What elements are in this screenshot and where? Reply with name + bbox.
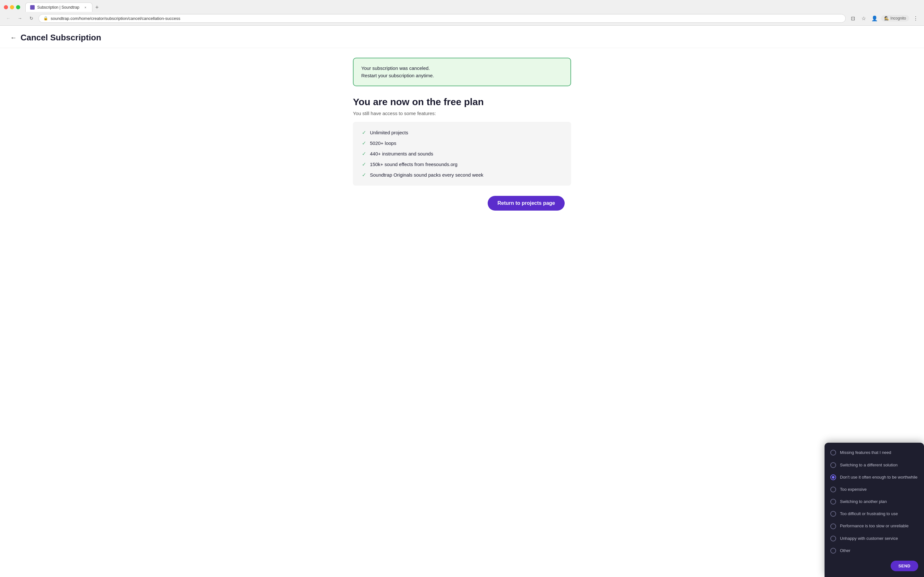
check-icon: ✓	[362, 129, 366, 135]
active-tab[interactable]: Subscription | Soundtrap ×	[25, 3, 92, 12]
survey-label-another-plan: Switching to another plan	[840, 499, 887, 504]
browser-toolbar: ← → ↻ 🔒 soundtrap.com/home/creator/subsc…	[0, 12, 924, 25]
radio-performance[interactable]	[830, 524, 836, 529]
check-icon: ✓	[362, 172, 366, 178]
toolbar-actions: ⊡ ☆ 👤 🕵️ Incognito ⋮	[848, 14, 920, 23]
forward-button[interactable]: →	[15, 14, 24, 23]
page-header: ← Cancel Subscription	[0, 26, 924, 48]
radio-other[interactable]	[830, 548, 836, 554]
feature-label: Soundtrap Originals sound packs every se…	[370, 172, 483, 177]
survey-option-another-plan[interactable]: Switching to another plan	[825, 496, 924, 508]
radio-not-often-enough[interactable]	[830, 474, 836, 480]
success-line2: Restart your subscription anytime.	[361, 72, 563, 79]
radio-missing-features[interactable]	[830, 450, 836, 456]
radio-customer-service[interactable]	[830, 536, 836, 542]
incognito-label: Incognito	[890, 16, 906, 21]
feature-item: ✓5020+ loops	[362, 140, 562, 146]
survey-label-too-difficult: Too difficult or frustrating to use	[840, 511, 898, 517]
page-title: Cancel Subscription	[21, 33, 101, 43]
tab-favicon	[30, 5, 35, 10]
survey-footer: SEND	[825, 557, 924, 573]
check-icon: ✓	[362, 161, 366, 167]
main-content: Your subscription was canceled. Restart …	[347, 48, 577, 205]
free-plan-subtitle: You still have access to some features:	[353, 111, 571, 116]
profile-icon[interactable]: 👤	[870, 14, 879, 23]
survey-label-too-expensive: Too expensive	[840, 487, 867, 492]
survey-label-different-solution: Switching to a different solution	[840, 462, 898, 468]
radio-too-expensive[interactable]	[830, 487, 836, 492]
back-button[interactable]: ←	[4, 14, 13, 23]
address-bar[interactable]: 🔒 soundtrap.com/home/creator/subscriptio…	[39, 14, 846, 23]
menu-icon[interactable]: ⋮	[911, 14, 920, 23]
survey-option-customer-service[interactable]: Unhappy with customer service	[825, 532, 924, 545]
survey-label-performance: Performance is too slow or unreliable	[840, 523, 909, 529]
back-arrow-icon[interactable]: ←	[10, 34, 17, 41]
survey-label-other: Other	[840, 548, 851, 554]
feature-label: 150k+ sound effects from freesounds.org	[370, 161, 457, 167]
feature-label: Unlimited projects	[370, 130, 408, 135]
traffic-lights	[4, 5, 20, 9]
survey-option-missing-features[interactable]: Missing features that I need	[825, 446, 924, 459]
radio-too-difficult[interactable]	[830, 511, 836, 517]
survey-panel: Missing features that I needSwitching to…	[825, 443, 924, 577]
survey-label-missing-features: Missing features that I need	[840, 450, 891, 456]
tab-title: Subscription | Soundtrap	[37, 5, 79, 10]
return-to-projects-button[interactable]: Return to projects page	[488, 196, 565, 211]
feature-item: ✓150k+ sound effects from freesounds.org	[362, 161, 562, 167]
survey-option-not-often-enough[interactable]: Don't use it often enough to be worthwhi…	[825, 471, 924, 484]
feature-item: ✓Soundtrap Originals sound packs every s…	[362, 172, 562, 178]
feature-item: ✓Unlimited projects	[362, 129, 562, 135]
survey-label-customer-service: Unhappy with customer service	[840, 536, 898, 542]
maximize-window-button[interactable]	[16, 5, 20, 9]
incognito-badge: 🕵️ Incognito	[881, 15, 909, 21]
success-banner: Your subscription was canceled. Restart …	[353, 58, 571, 86]
survey-option-other[interactable]: Other	[825, 545, 924, 557]
check-icon: ✓	[362, 151, 366, 157]
incognito-icon: 🕵️	[884, 16, 889, 21]
feature-item: ✓440+ instruments and sounds	[362, 151, 562, 157]
tab-bar: Subscription | Soundtrap × +	[25, 3, 910, 12]
browser-chrome: Subscription | Soundtrap × + ← → ↻ 🔒 sou…	[0, 0, 924, 26]
survey-option-different-solution[interactable]: Switching to a different solution	[825, 459, 924, 471]
radio-different-solution[interactable]	[830, 462, 836, 468]
url-text: soundtrap.com/home/creator/subscription/…	[51, 16, 180, 21]
features-box: ✓Unlimited projects✓5020+ loops✓440+ ins…	[353, 122, 571, 185]
success-line1: Your subscription was canceled.	[361, 65, 563, 72]
survey-option-too-expensive[interactable]: Too expensive	[825, 484, 924, 496]
reload-button[interactable]: ↻	[27, 14, 36, 23]
tab-close-button[interactable]: ×	[83, 5, 87, 10]
send-button[interactable]: SEND	[891, 561, 918, 571]
close-window-button[interactable]	[4, 5, 8, 9]
radio-another-plan[interactable]	[830, 499, 836, 504]
minimize-window-button[interactable]	[10, 5, 14, 9]
feature-label: 440+ instruments and sounds	[370, 151, 433, 156]
bookmark-icon[interactable]: ☆	[859, 14, 868, 23]
survey-option-too-difficult[interactable]: Too difficult or frustrating to use	[825, 508, 924, 520]
lock-icon: 🔒	[43, 16, 48, 21]
check-icon: ✓	[362, 140, 366, 146]
survey-option-performance[interactable]: Performance is too slow or unreliable	[825, 520, 924, 532]
survey-label-not-often-enough: Don't use it often enough to be worthwhi…	[840, 474, 918, 480]
free-plan-title: You are now on the free plan	[353, 97, 571, 107]
feature-label: 5020+ loops	[370, 140, 396, 146]
new-tab-button[interactable]: +	[92, 3, 102, 12]
cast-icon[interactable]: ⊡	[848, 14, 857, 23]
